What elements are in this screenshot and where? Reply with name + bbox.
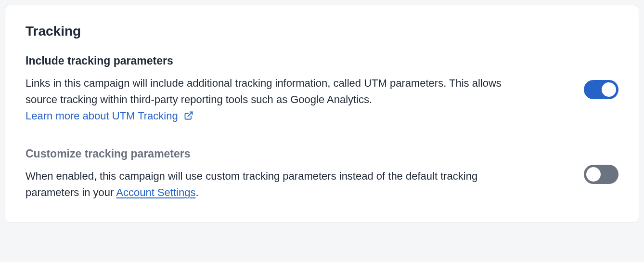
include-tracking-title: Include tracking parameters (26, 54, 507, 67)
include-tracking-description: Links in this campaign will include addi… (26, 75, 507, 124)
description-text: Links in this campaign will include addi… (26, 77, 502, 105)
customize-tracking-title: Customize tracking parameters (26, 147, 507, 160)
learn-more-utm-link[interactable]: Learn more about UTM Tracking (26, 110, 193, 122)
section-text: Customize tracking parameters When enabl… (26, 147, 507, 201)
external-link-icon (184, 111, 193, 120)
card-title: Tracking (26, 24, 618, 39)
customize-tracking-toggle[interactable] (584, 165, 618, 184)
tracking-card: Tracking Include tracking parameters Lin… (5, 5, 639, 223)
account-settings-link[interactable]: Account Settings (116, 186, 195, 198)
svg-line-0 (188, 112, 192, 117)
section-text: Include tracking parameters Links in thi… (26, 54, 507, 124)
description-text-before: When enabled, this campaign will use cus… (26, 170, 477, 198)
customize-tracking-section: Customize tracking parameters When enabl… (26, 147, 618, 201)
include-tracking-toggle[interactable] (584, 80, 618, 99)
toggle-knob (602, 82, 616, 97)
customize-tracking-description: When enabled, this campaign will use cus… (26, 168, 507, 201)
include-tracking-section: Include tracking parameters Links in thi… (26, 54, 618, 124)
link-text: Learn more about UTM Tracking (26, 110, 178, 122)
description-text-after: . (195, 186, 198, 198)
toggle-knob (586, 167, 601, 182)
